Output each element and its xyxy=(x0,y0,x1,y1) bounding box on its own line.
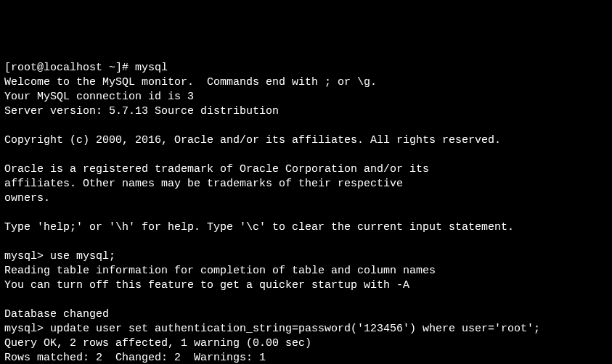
terminal-line: Oracle is a registered trademark of Orac… xyxy=(4,163,429,175)
terminal-line: Database changed xyxy=(4,308,109,320)
terminal-line: You can turn off this feature to get a q… xyxy=(4,279,409,291)
terminal-line: Rows matched: 2 Changed: 2 Warnings: 1 xyxy=(4,352,266,364)
terminal-line: owners. xyxy=(4,192,50,204)
terminal-line: Copyright (c) 2000, 2016, Oracle and/or … xyxy=(4,134,501,146)
mysql-prompt-line: mysql> update user set authentication_st… xyxy=(4,323,540,335)
terminal-line: Server version: 5.7.13 Source distributi… xyxy=(4,105,279,117)
terminal-line: Welcome to the MySQL monitor. Commands e… xyxy=(4,76,377,88)
terminal-line: Type 'help;' or '\h' for help. Type '\c'… xyxy=(4,221,514,233)
terminal-line: Query OK, 2 rows affected, 1 warning (0.… xyxy=(4,337,311,349)
terminal-line: Reading table information for completion… xyxy=(4,265,436,277)
shell-prompt-line: [root@localhost ~]# mysql xyxy=(4,62,168,74)
terminal-line: Your MySQL connection id is 3 xyxy=(4,91,194,103)
mysql-prompt-line: mysql> use mysql; xyxy=(4,250,115,262)
terminal-output[interactable]: [root@localhost ~]# mysql Welcome to the… xyxy=(4,61,608,364)
terminal-line: affiliates. Other names may be trademark… xyxy=(4,178,403,190)
